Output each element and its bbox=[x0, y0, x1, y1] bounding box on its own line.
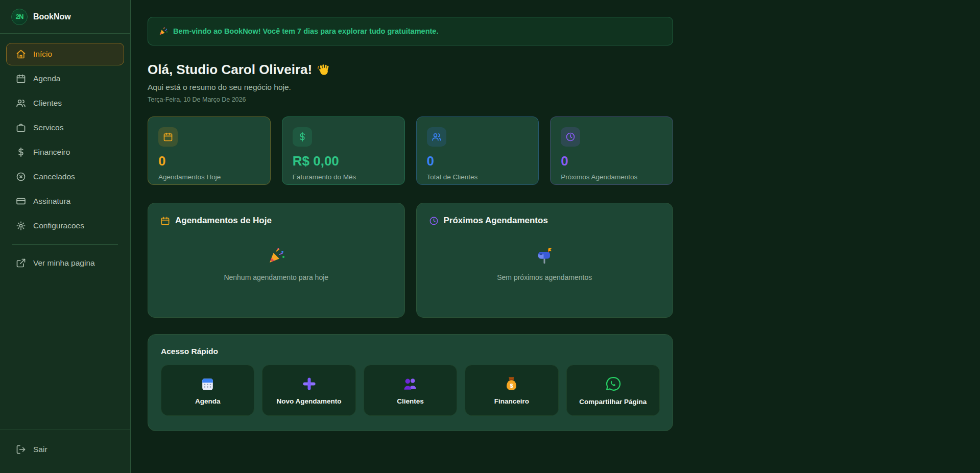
sidebar-item-label: Configuracoes bbox=[33, 221, 84, 230]
stat-card-total-clientes: 0 Total de Clientes bbox=[416, 116, 539, 185]
stat-chip bbox=[293, 127, 312, 147]
app-name: BookNow bbox=[33, 12, 71, 21]
app-logo: 2N BookNow bbox=[0, 0, 130, 34]
money-bag-icon: $ bbox=[504, 376, 519, 392]
panel-title: Próximos Agendamentos bbox=[444, 216, 548, 226]
greeting-text: Olá, Studio Carol Oliveira! bbox=[148, 62, 312, 78]
mailbox-icon bbox=[535, 247, 554, 265]
quick-button-clientes[interactable]: Clientes bbox=[364, 365, 457, 416]
stat-chip bbox=[561, 127, 580, 147]
sidebar-item-label: Início bbox=[33, 50, 52, 59]
stat-label: Total de Clientes bbox=[427, 173, 529, 181]
users-icon bbox=[16, 98, 26, 108]
sidebar-item-servicos[interactable]: Servicos bbox=[6, 116, 124, 139]
people-emoji-icon bbox=[402, 376, 418, 392]
empty-text: Sem próximos agendamentos bbox=[497, 273, 592, 281]
quick-access-card: Acesso Rápido Agenda Novo Agendamento bbox=[148, 334, 673, 431]
quick-button-agenda[interactable]: Agenda bbox=[161, 365, 254, 416]
sidebar-spacer bbox=[0, 276, 130, 430]
credit-card-icon bbox=[16, 196, 26, 206]
current-date: Terça-Feira, 10 De Março De 2026 bbox=[148, 96, 673, 103]
sidebar-item-inicio[interactable]: Início bbox=[6, 43, 124, 65]
stat-value: 0 bbox=[158, 153, 260, 169]
empty-text: Nenhum agendamento para hoje bbox=[224, 273, 328, 281]
booknow-logo-icon: 2N bbox=[11, 9, 28, 25]
banner-text: Bem-vindo ao BookNow! Você tem 7 dias pa… bbox=[173, 27, 438, 35]
svg-text:$: $ bbox=[510, 383, 514, 389]
panel-agendamentos-de-hoje: Agendamentos de Hoje Nenhum agendamento … bbox=[148, 203, 405, 318]
stat-value: 0 bbox=[561, 153, 662, 169]
stat-card-agendamentos-hoje: 0 Agendamentos Hoje bbox=[148, 116, 271, 185]
stat-card-faturamento: R$ 0,00 Faturamento do Mês bbox=[282, 116, 405, 185]
calendar-icon bbox=[163, 132, 173, 142]
stat-value: R$ 0,00 bbox=[293, 153, 394, 169]
quick-button-financeiro[interactable]: $ Financeiro bbox=[465, 365, 558, 416]
home-icon bbox=[16, 49, 26, 59]
external-link-icon bbox=[16, 258, 26, 268]
stat-chip bbox=[158, 127, 178, 147]
sidebar-item-financeiro[interactable]: Financeiro bbox=[6, 141, 124, 163]
stat-card-proximos-agendamentos: 0 Próximos Agendamentos bbox=[550, 116, 673, 185]
x-circle-icon bbox=[16, 172, 26, 182]
trial-banner: Bem-vindo ao BookNow! Você tem 7 dias pa… bbox=[148, 17, 673, 45]
page-subtitle: Aqui está o resumo do seu negócio hoje. bbox=[148, 83, 673, 92]
quick-button-novo-agendamento[interactable]: Novo Agendamento bbox=[262, 365, 355, 416]
dollar-icon bbox=[16, 147, 26, 157]
briefcase-icon bbox=[16, 123, 26, 133]
empty-state: Sem próximos agendamentos bbox=[429, 226, 661, 305]
sidebar-item-configuracoes[interactable]: Configuracoes bbox=[6, 215, 124, 237]
sidebar-item-label: Cancelados bbox=[33, 172, 75, 181]
gear-icon bbox=[16, 221, 26, 231]
sidebar-item-ver-minha-pagina[interactable]: Ver minha pagina bbox=[6, 252, 124, 274]
sidebar-item-sair[interactable]: Sair bbox=[6, 438, 124, 461]
sidebar-item-label: Ver minha pagina bbox=[33, 258, 95, 268]
clock-icon bbox=[565, 132, 576, 142]
sidebar: 2N BookNow Início Agenda Clientes Serv bbox=[0, 0, 131, 473]
party-popper-icon bbox=[267, 247, 285, 265]
page-title: Olá, Studio Carol Oliveira! bbox=[148, 62, 673, 78]
quick-button-label: Agenda bbox=[195, 397, 221, 405]
sidebar-item-label: Clientes bbox=[33, 99, 62, 108]
main-content: Bem-vindo ao BookNow! Você tem 7 dias pa… bbox=[131, 0, 980, 473]
logout-icon bbox=[16, 444, 26, 455]
users-icon bbox=[432, 132, 442, 142]
sidebar-divider bbox=[12, 244, 118, 245]
party-popper-icon bbox=[158, 27, 168, 36]
sidebar-item-label: Assinatura bbox=[33, 197, 70, 206]
stat-chip bbox=[427, 127, 446, 147]
calendar-emoji-icon bbox=[200, 376, 216, 392]
panels-row: Agendamentos de Hoje Nenhum agendamento … bbox=[148, 203, 673, 318]
waving-hand-icon bbox=[317, 63, 330, 77]
stats-row: 0 Agendamentos Hoje R$ 0,00 Faturamento … bbox=[148, 116, 673, 185]
panel-proximos-agendamentos: Próximos Agendamentos Sem próximos agend… bbox=[416, 203, 674, 318]
quick-button-label: Compartilhar Página bbox=[579, 398, 647, 406]
stat-label: Faturamento do Mês bbox=[293, 173, 394, 181]
sidebar-nav: Início Agenda Clientes Servicos Financei… bbox=[0, 34, 130, 276]
sidebar-item-assinatura[interactable]: Assinatura bbox=[6, 190, 124, 212]
plus-emoji-icon bbox=[301, 376, 317, 392]
quick-button-label: Clientes bbox=[397, 397, 424, 405]
sidebar-item-label: Agenda bbox=[33, 74, 60, 83]
quick-button-label: Novo Agendamento bbox=[277, 397, 342, 405]
sidebar-item-cancelados[interactable]: Cancelados bbox=[6, 165, 124, 188]
stat-value: 0 bbox=[427, 153, 529, 169]
whatsapp-icon bbox=[605, 375, 622, 392]
sidebar-item-label: Sair bbox=[33, 445, 47, 454]
empty-state: Nenhum agendamento para hoje bbox=[160, 226, 392, 305]
sidebar-item-agenda[interactable]: Agenda bbox=[6, 67, 124, 90]
quick-button-compartilhar-pagina[interactable]: Compartilhar Página bbox=[566, 365, 660, 416]
dollar-icon bbox=[297, 132, 307, 142]
stat-label: Agendamentos Hoje bbox=[158, 173, 260, 181]
sidebar-footer: Sair bbox=[0, 430, 130, 473]
quick-button-label: Financeiro bbox=[494, 397, 529, 405]
calendar-icon bbox=[16, 74, 26, 84]
sidebar-item-clientes[interactable]: Clientes bbox=[6, 92, 124, 114]
sidebar-item-label: Financeiro bbox=[33, 148, 70, 157]
calendar-icon bbox=[160, 216, 170, 226]
quick-access-title: Acesso Rápido bbox=[161, 347, 660, 356]
clock-icon bbox=[429, 216, 439, 226]
panel-title: Agendamentos de Hoje bbox=[175, 216, 272, 226]
sidebar-item-label: Servicos bbox=[33, 123, 63, 132]
stat-label: Próximos Agendamentos bbox=[561, 173, 662, 181]
